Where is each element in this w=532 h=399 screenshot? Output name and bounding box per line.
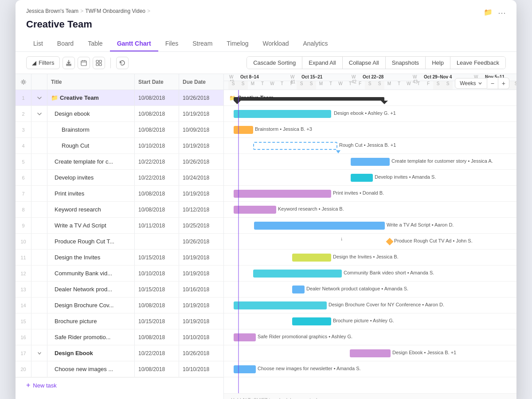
gantt-row: 📁 Creative Team — [224, 90, 516, 106]
table-row[interactable]: 17 Design Ebook 10/22/2018 10/26/2018 — [16, 345, 223, 361]
gantt-row: Brainstorm • Jessica B. +3 — [224, 122, 516, 138]
title-col-header: Title — [47, 74, 135, 90]
gantt-row: Choose new images for newsletter • Amand… — [224, 361, 516, 377]
svg-rect-8 — [99, 63, 102, 66]
svg-point-9 — [22, 81, 24, 83]
more-icon[interactable]: ⋯ — [498, 8, 506, 18]
table-row[interactable]: 5 Create template for c... 10/22/2018 10… — [16, 154, 223, 170]
gantt-row: Design Ebook • Jessica B. +1 — [224, 345, 516, 361]
table-row[interactable]: 12 Community Bank vid... 10/10/2018 10/1… — [16, 266, 223, 282]
tabs: List Board Table Gantt Chart Files Strea… — [26, 36, 506, 51]
svg-rect-4 — [85, 60, 86, 61]
svg-rect-6 — [99, 60, 102, 63]
week-label: W 43 — [412, 74, 422, 81]
table-row[interactable]: 7 Print invites 10/08/2018 10/19/2018 — [16, 186, 223, 202]
folder-icon[interactable]: 📁 — [484, 8, 493, 18]
zoom-in-button[interactable]: + — [498, 78, 509, 89]
export-button[interactable] — [63, 57, 75, 69]
gantt-row: Rough Cut • Jessica B. +1 — [224, 138, 516, 154]
app-window: Jessica Brown's Team > TWFM Onboarding V… — [16, 0, 516, 399]
add-task-label: New task — [33, 382, 56, 389]
cascade-sorting-button[interactable]: Cascade Sorting — [247, 57, 302, 69]
table-row[interactable]: 14 Design Brochure Cov... 10/08/2018 10/… — [16, 297, 223, 313]
expand-all-button[interactable]: Expand All — [302, 57, 342, 69]
tab-files[interactable]: Files — [158, 36, 186, 51]
leave-feedback-button[interactable]: Leave Feedback — [450, 57, 505, 69]
main-content: Title Start Date Due Date 1 📁 Creative T… — [16, 74, 516, 399]
page-title: Creative Team — [26, 19, 506, 30]
snapshots-button[interactable]: Snapshots — [386, 57, 426, 69]
help-button[interactable]: Help — [426, 57, 450, 69]
breadcrumb-project[interactable]: TWFM Onboarding Video — [85, 8, 145, 14]
table-row[interactable]: 4 Rough Cut 10/10/2018 10/19/2018 — [16, 138, 223, 154]
tab-table[interactable]: Table — [81, 36, 110, 51]
toolbar-right: Cascade Sorting Expand All Collapse All … — [243, 56, 506, 69]
breadcrumb-sep1: > — [80, 8, 83, 14]
gantt-row: Brochure picture • Ashley G. — [224, 313, 516, 329]
grid-button[interactable] — [93, 57, 105, 69]
svg-rect-5 — [96, 60, 98, 63]
filters-label: Filters — [39, 59, 54, 66]
table-row[interactable]: 16 Safe Rider promotio... 10/08/2018 10/… — [16, 329, 223, 345]
table-row[interactable]: 3 Brainstorm 10/08/2018 10/09/2018 — [16, 122, 223, 138]
start-col-header: Start Date — [135, 74, 179, 90]
toolbar-right-group: Cascade Sorting Expand All Collapse All … — [246, 56, 506, 69]
gantt-row: Develop invites • Amanda S. — [224, 170, 516, 186]
svg-rect-7 — [96, 63, 98, 66]
gantt-row: ↓ Produce Rough Cut TV Ad • John S. — [224, 234, 516, 250]
left-panel: Title Start Date Due Date 1 📁 Creative T… — [16, 74, 224, 399]
gantt-row: Community Bank video short • Amanda S. — [224, 266, 516, 282]
weeks-label: Weeks — [460, 80, 476, 86]
tab-analytics[interactable]: Analytics — [296, 36, 335, 51]
tab-workload[interactable]: Workload — [256, 36, 296, 51]
svg-rect-0 — [66, 64, 71, 65]
tab-stream[interactable]: Stream — [185, 36, 219, 51]
folder-icon: 📁 — [51, 94, 58, 101]
toolbar: ◢ Filters Cascade Sorting Expand All Col… — [16, 52, 516, 74]
gantt-row: Design Brochure Cover for NY Conference … — [224, 297, 516, 313]
week-label: W 40 — [228, 74, 239, 81]
week-date-label: Oct 8–14 — [239, 74, 289, 81]
filters-button[interactable]: ◢ Filters — [26, 56, 60, 69]
gantt-row: Keyword research • Jessica B. — [224, 202, 516, 218]
tab-timelog[interactable]: Timelog — [219, 36, 255, 51]
table-row[interactable]: 10 Produce Rough Cut T... 10/26/2018 — [16, 234, 223, 250]
column-header: Title Start Date Due Date — [16, 74, 223, 90]
svg-rect-3 — [82, 60, 83, 61]
collapse-all-button[interactable]: Collapse All — [343, 57, 386, 69]
window-icons: 📁 ⋯ — [484, 8, 506, 18]
add-task-row[interactable]: + New task — [16, 377, 223, 393]
zoom-out-button[interactable]: − — [487, 78, 498, 89]
gantt-row: Print invites • Donald B. — [224, 186, 516, 202]
task-list: 1 📁 Creative Team 10/08/2018 10/26/2018 … — [16, 90, 223, 377]
svg-rect-2 — [81, 61, 86, 66]
gantt-row: Dealer Network product catalogue • Amand… — [224, 282, 516, 297]
breadcrumb-team[interactable]: Jessica Brown's Team — [26, 8, 78, 14]
table-row[interactable]: 2 Design ebook 10/08/2018 10/19/2018 — [16, 106, 223, 122]
table-row[interactable]: 1 📁 Creative Team 10/08/2018 10/26/2018 — [16, 90, 223, 106]
weeks-selector[interactable]: Weeks — [455, 78, 487, 89]
undo-button[interactable] — [116, 57, 129, 69]
table-row[interactable]: 20 Choose new images ... 10/08/2018 10/1… — [16, 361, 223, 377]
table-row[interactable]: 11 Design the Invites 10/15/2018 10/19/2… — [16, 250, 223, 266]
table-row[interactable]: 15 Brochure picture 10/15/2018 10/19/201… — [16, 313, 223, 329]
tab-gantt-chart[interactable]: Gantt Chart — [110, 36, 158, 51]
gantt-panel: Weeks − + W 40 Oct 8–14 W 41 — [224, 74, 516, 399]
week-date-label: Oct 15–21 — [300, 74, 351, 81]
tab-list[interactable]: List — [26, 36, 50, 51]
settings-col[interactable] — [16, 74, 31, 90]
plus-icon: + — [26, 381, 30, 389]
table-row[interactable]: 6 Develop invites 10/22/2018 10/24/2018 — [16, 170, 223, 186]
bottom-hint: Hold ALT+SHIFT to schedule a new task — [224, 393, 516, 399]
table-row[interactable]: 13 Dealer Network prod... 10/15/2018 10/… — [16, 282, 223, 297]
gantt-row: Write a TV Ad Script • Aaron D. — [224, 218, 516, 234]
toolbar-left: ◢ Filters — [26, 56, 129, 69]
table-row[interactable]: 8 Keyword research 10/08/2018 10/12/2018 — [16, 202, 223, 218]
calendar-button[interactable] — [78, 57, 90, 69]
breadcrumb: Jessica Brown's Team > TWFM Onboarding V… — [26, 8, 506, 14]
table-row[interactable]: 9 Write a TV Ad Script 10/11/2018 10/25/… — [16, 218, 223, 234]
week-label: W 41 — [289, 74, 300, 81]
breadcrumb-sep2: > — [147, 8, 150, 14]
gantt-row: Design ebook • Ashley G. +1 — [224, 106, 516, 122]
tab-board[interactable]: Board — [50, 36, 81, 51]
